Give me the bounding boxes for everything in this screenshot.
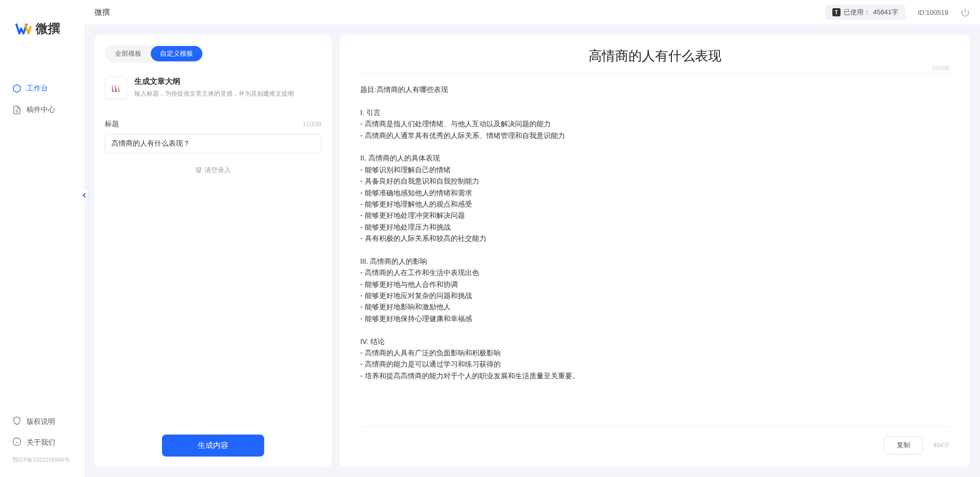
- nav-item-workspace[interactable]: 工作台: [0, 78, 84, 99]
- tab-custom-templates[interactable]: 自定义模板: [151, 46, 202, 61]
- cube-icon: [12, 84, 21, 93]
- title-input[interactable]: [105, 134, 321, 153]
- footer-item-label: 关于我们: [27, 438, 55, 447]
- trash-icon: [195, 166, 202, 175]
- icp-text: 鄂ICP备2022016946号: [0, 453, 84, 467]
- usage-badge-icon: T: [832, 8, 841, 16]
- article-header: 高情商的人有什么表现 10/100: [360, 47, 949, 74]
- nav-items: 工作台 稿件中心: [0, 52, 84, 411]
- usage-pill[interactable]: T 已使用： 45641字: [825, 5, 905, 20]
- nav-item-label: 稿件中心: [27, 105, 55, 115]
- topbar: 微撰 T 已使用： 45641字 ID:100519: [84, 0, 980, 25]
- document-icon: [12, 105, 21, 115]
- left-panel: 全部模板 自定义模板 生成文章大纲 输入标题，为你提供文章主体的灵感，并为其创建…: [95, 35, 332, 467]
- field-header: 标题 11/100: [105, 120, 321, 129]
- template-icon: [105, 77, 127, 99]
- power-icon[interactable]: [961, 8, 970, 17]
- article-title: 高情商的人有什么表现: [589, 47, 721, 65]
- page-title: 微撰: [95, 8, 110, 17]
- generate-button[interactable]: 生成内容: [162, 435, 264, 457]
- main: 全部模板 自定义模板 生成文章大纲 输入标题，为你提供文章主体的灵感，并为其创建…: [84, 25, 980, 477]
- word-count: 404字: [933, 441, 949, 450]
- usage-value: 45641字: [873, 8, 898, 17]
- template-card: 生成文章大纲 输入标题，为你提供文章主体的灵感，并为其创建推文提纲: [105, 77, 321, 99]
- tab-all-templates[interactable]: 全部模板: [106, 46, 151, 61]
- template-info: 生成文章大纲 输入标题，为你提供文章主体的灵感，并为其创建推文提纲: [134, 77, 294, 98]
- user-id: ID:100519: [918, 9, 948, 16]
- template-name: 生成文章大纲: [134, 77, 294, 86]
- logo-text: 微撰: [36, 20, 60, 37]
- clear-input-button[interactable]: 清空录入: [105, 166, 321, 175]
- sidebar-footer: 版权说明 关于我们 鄂ICP备2022016946号: [0, 411, 84, 477]
- sidebar: 微撰 工作台 稿件中心 版权说明 关于我们 鄂ICP备2: [0, 0, 84, 477]
- copy-button[interactable]: 复制: [884, 436, 923, 455]
- title-field-section: 标题 11/100: [105, 120, 321, 153]
- template-desc: 输入标题，为你提供文章主体的灵感，并为其创建推文提纲: [134, 89, 294, 98]
- footer-item-about[interactable]: 关于我们: [0, 432, 84, 453]
- logo-icon: [15, 20, 32, 37]
- clear-input-label: 清空录入: [204, 166, 231, 175]
- article-title-counter: 10/100: [932, 65, 949, 71]
- info-icon: [12, 437, 21, 448]
- article-footer: 复制 404字: [360, 426, 949, 455]
- right-panel: 高情商的人有什么表现 10/100 题目:高情商的人有哪些表现 I. 引言 - …: [340, 35, 970, 467]
- usage-prefix: 已使用：: [844, 8, 870, 17]
- topbar-right: T 已使用： 45641字 ID:100519: [825, 5, 970, 20]
- field-label: 标题: [105, 120, 119, 129]
- template-tabs: 全部模板 自定义模板: [105, 45, 203, 62]
- logo: 微撰: [0, 0, 84, 52]
- field-counter: 11/100: [302, 121, 321, 128]
- article-body[interactable]: 题目:高情商的人有哪些表现 I. 引言 - 高情商是指人们处理情绪、与他人互动以…: [360, 84, 949, 426]
- footer-item-copyright[interactable]: 版权说明: [0, 411, 84, 432]
- nav-item-drafts[interactable]: 稿件中心: [0, 99, 84, 121]
- nav-item-label: 工作台: [27, 84, 48, 93]
- shield-icon: [12, 416, 21, 427]
- footer-item-label: 版权说明: [27, 417, 55, 426]
